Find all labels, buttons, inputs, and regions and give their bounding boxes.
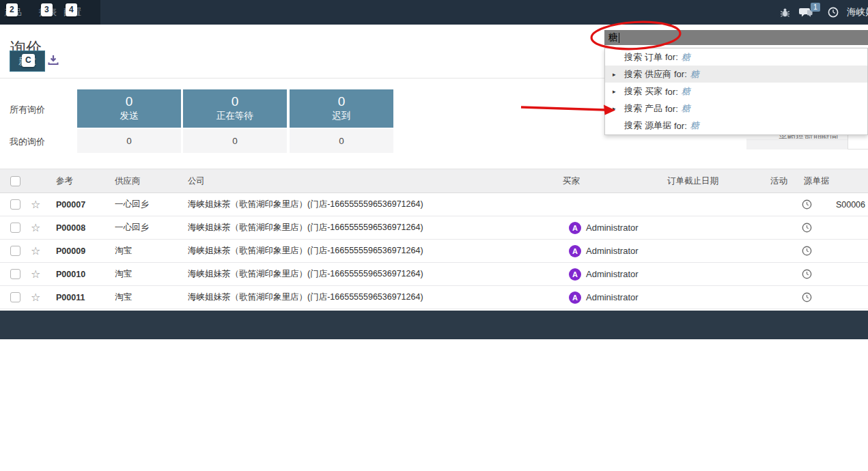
rfq-company: 海峡姐妹茶（歌笛湖印象里店）(门店-1665555596536971264) [188,286,423,309]
rfq-vendor: 一心回乡 [115,193,149,216]
search-option-order[interactable]: 搜索 订单 for: 糖 [605,48,867,66]
row-checkbox[interactable] [10,199,20,210]
search-input[interactable]: 糖 [604,30,868,45]
accesskey-badge: 4 [66,3,77,16]
activity-clock-icon[interactable] [802,240,812,262]
search-input-value: 糖 [608,31,618,44]
kpi-my-sent[interactable]: 0 [77,129,181,153]
search-option-product[interactable]: ▸ 搜索 产品 for: 糖 [605,100,867,117]
search-option-source-document[interactable]: 搜索 源单据 for: 糖 [605,117,867,134]
rfq-reference: P00008 [56,216,85,239]
rfq-company: 海峡姐妹茶（歌笛湖印象里店）(门店-1665555596536971264) [188,263,423,285]
table-row[interactable]: ☆ P00008 一心回乡 海峡姐妹茶（歌笛湖印象里店）(门店-16655555… [0,216,868,240]
top-navbar: 产品 2 报表 3 配置 4 1 海峡 [0,0,868,25]
column-header-vendor[interactable]: 供应商 [115,169,141,192]
buyer-avatar: A [569,291,581,304]
favorite-star-icon[interactable]: ☆ [31,269,40,280]
nav-menu-configuration[interactable]: 配置 4 [64,0,81,25]
column-header-company[interactable]: 公司 [188,169,205,192]
create-button[interactable]: 新建 C [10,51,45,72]
table-row[interactable]: ☆ P00011 淘宝 海峡姐妹茶（歌笛湖印象里店）(门店-1665555596… [0,286,868,309]
buyer-avatar: A [569,222,581,234]
rfq-reference: P00010 [56,263,85,285]
rfq-vendor: 淘宝 [115,263,132,285]
rfq-reference: P00009 [56,240,85,262]
row-checkbox[interactable] [10,223,20,233]
row-checkbox[interactable] [10,269,20,279]
expand-caret-icon[interactable]: ▸ [613,105,616,112]
column-header-activity[interactable]: 活动 [770,169,787,192]
kpi-all-late[interactable]: 0 迟到 [290,89,393,128]
kpi-my-waiting[interactable]: 0 [183,129,287,153]
activity-clock-icon[interactable] [802,286,812,309]
search-option-buyer[interactable]: ▸ 搜索 买家 for: 糖 [605,83,867,100]
favorite-star-icon[interactable]: ☆ [31,292,40,303]
nav-menu-reporting[interactable]: 报表 3 [39,0,57,25]
activities-clock-icon[interactable] [828,0,839,25]
rfq-vendor: 淘宝 [115,286,132,309]
rfq-vendor: 淘宝 [115,240,132,262]
column-header-source[interactable]: 源单据 [804,169,830,192]
row-checkbox[interactable] [10,292,20,302]
expand-caret-icon[interactable]: ▸ [613,71,616,78]
debug-bug-icon[interactable] [779,0,791,25]
text-cursor [619,33,619,43]
column-header-deadline[interactable]: 订单截止日期 [667,169,718,192]
rfq-source-document: S00006 [836,193,865,216]
kpi-my-late[interactable]: 0 [290,129,393,153]
expand-caret-icon[interactable]: ▸ [613,88,616,95]
row-checkbox[interactable] [10,246,20,256]
footer-band [0,311,868,339]
search-term: 糖 [690,68,699,81]
search-term: 糖 [682,51,690,63]
table-header-row: 参考 供应商 公司 买家 订单截止日期 活动 源单据 [0,169,868,193]
rfq-company: 海峡姐妹茶（歌笛湖印象里店）(门店-1665555596536971264) [188,216,423,239]
accesskey-badge: C [22,54,35,67]
rfq-buyer: Administrator [586,216,639,239]
table-row[interactable]: ☆ P00010 淘宝 海峡姐妹茶（歌笛湖印象里店）(门店-1665555596… [0,263,868,286]
activity-clock-icon[interactable] [802,193,812,216]
rfq-buyer: Administrator [586,286,639,309]
accesskey-badge: 3 [41,3,53,16]
rfq-reference: P00007 [56,193,85,216]
annotation-arrow-line [521,107,605,110]
rfq-reference: P00011 [56,286,85,309]
rfq-vendor: 一心回乡 [115,216,149,239]
favorite-star-icon[interactable]: ☆ [31,199,40,210]
activity-clock-icon[interactable] [802,216,812,239]
search-option-vendor[interactable]: ▸ 搜索 供应商 for: 糖 [605,66,867,83]
rfq-company: 海峡姐妹茶（歌笛湖印象里店）(门店-1665555596536971264) [188,193,423,216]
rfq-buyer: Administrator [586,240,639,262]
obscured-panel-cell [848,134,868,149]
nav-menu-products[interactable]: 产品 2 [4,0,22,25]
table-row[interactable]: ☆ P00007 一心回乡 海峡姐妹茶（歌笛湖印象里店）(门店-16655555… [0,193,868,216]
favorite-star-icon[interactable]: ☆ [31,223,40,233]
search-autocomplete-dropdown: 搜索 订单 for: 糖 ▸ 搜索 供应商 for: 糖 ▸ 搜索 买家 for… [604,48,868,135]
search-term: 糖 [682,85,690,98]
favorite-star-icon[interactable]: ☆ [31,246,40,257]
kpi-all-waiting[interactable]: 0 正在等待 [183,89,287,128]
accesskey-badge: 2 [6,3,18,16]
buyer-avatar: A [569,268,581,281]
search-term: 糖 [690,119,699,132]
kpi-all-sent[interactable]: 0 发送 [77,89,181,128]
search-term: 糖 [682,102,690,115]
column-header-reference[interactable]: 参考 [56,169,73,192]
activity-clock-icon[interactable] [802,263,812,285]
kpi-row-label-all: 所有询价 [10,104,45,116]
rfq-company: 海峡姐妹茶（歌笛湖印象里店）(门店-1665555596536971264) [188,240,423,262]
rfq-buyer: Administrator [586,263,639,285]
download-icon[interactable] [48,55,59,68]
kpi-row-label-mine: 我的询价 [10,136,45,148]
select-all-checkbox[interactable] [10,176,20,186]
table-row[interactable]: ☆ P00009 淘宝 海峡姐妹茶（歌笛湖印象里店）(门店-1665555596… [0,240,868,263]
messages-count-badge: 1 [811,3,820,12]
column-header-buyer[interactable]: 买家 [563,169,580,192]
user-company-menu[interactable]: 海峡姐妹茶 [847,0,868,25]
buyer-avatar: A [569,245,581,257]
